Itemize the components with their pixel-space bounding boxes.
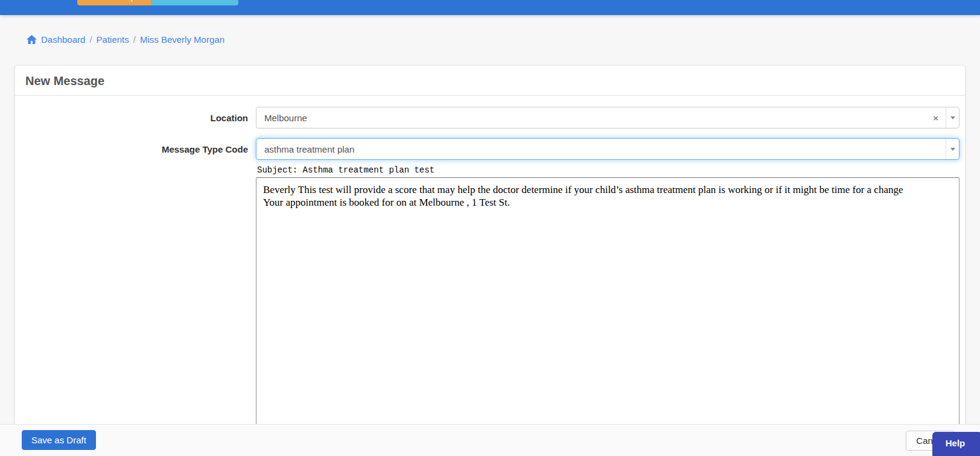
message-body-textarea[interactable]: Beverly This test will provide a score t… (256, 177, 959, 437)
top-navbar: Consent Required Dr Leanne Johnson (0, 0, 980, 15)
breadcrumb-link-patient-name[interactable]: Miss Beverly Morgan (140, 34, 224, 45)
breadcrumb: Dashboard / Patients / Miss Beverly Morg… (27, 34, 224, 45)
doctor-badge[interactable]: Dr Leanne Johnson (151, 0, 238, 5)
clear-selection-icon[interactable]: × (926, 113, 946, 123)
message-type-code-select[interactable]: asthma treatment plan (256, 138, 959, 160)
location-label: Location (15, 113, 248, 123)
subject-line: Subject: Asthma treatment plan test (257, 165, 434, 175)
location-dropdown-toggle[interactable] (946, 107, 959, 128)
new-message-panel: New Message Location Melbourne × Message… (14, 65, 966, 456)
message-type-code-label: Message Type Code (15, 144, 248, 154)
chevron-down-icon (950, 116, 955, 119)
breadcrumb-link-dashboard[interactable]: Dashboard (41, 34, 85, 45)
chevron-down-icon (950, 148, 955, 151)
location-selected-value: Melbourne (264, 113, 926, 123)
breadcrumb-separator: / (89, 34, 92, 45)
modal-footer: Save as Draft Cancel (0, 424, 980, 456)
help-button[interactable]: Help (932, 432, 980, 456)
save-as-draft-button[interactable]: Save as Draft (22, 430, 96, 450)
message-type-dropdown-toggle[interactable] (946, 139, 959, 159)
message-type-selected-value: asthma treatment plan (264, 144, 946, 154)
home-icon (27, 35, 37, 44)
panel-title: New Message (15, 66, 965, 96)
breadcrumb-separator: / (133, 34, 136, 45)
location-select[interactable]: Melbourne × (256, 107, 959, 128)
breadcrumb-link-patients[interactable]: Patients (97, 34, 129, 45)
consent-required-badge[interactable]: Consent Required (77, 0, 159, 5)
